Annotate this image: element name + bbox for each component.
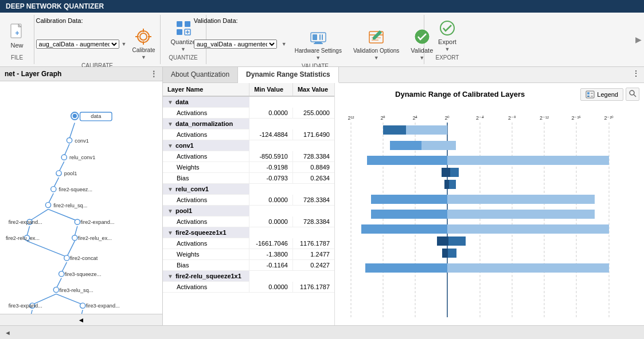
layer-expand-icon[interactable]: ▼ [167,186,173,192]
statusbar: ◄ [0,325,644,339]
row-min: -850.5910 [249,151,293,162]
bar-conv1-wt-dark [442,168,450,177]
validate-arrow: ▼ [419,55,424,61]
validation-options-button[interactable]: Validation Options ▼ [350,27,403,62]
svg-text:fire2-expand...: fire2-expand... [80,219,114,225]
quantize-arrow: ▼ [181,46,186,52]
tab-dynamic-range[interactable]: Dynamic Range Statistics [238,67,339,83]
export-label: Export [438,38,456,45]
bar-fire2sq-act-dark [361,224,447,234]
layer-graph-scroll[interactable]: ◄ [0,314,162,325]
toolbar-scroll-right[interactable]: ▶ [635,35,642,44]
layer-graph-options[interactable]: ⋮ [150,69,158,78]
svg-rect-9 [177,21,182,27]
row-name: Bias [163,173,249,184]
chart-area: Dynamic Range of Calibrated Layers Legen… [335,83,644,325]
validation-options-label: Validation Options [353,48,399,54]
left-panel: net - Layer Graph ⋮ [0,67,163,325]
table-row: ▼ pool1 [163,206,334,217]
row-min: 0.0000 [249,108,293,119]
statusbar-scroll[interactable]: ◄ [5,329,11,336]
calibration-data-row: Calibration Data: [36,17,83,24]
row-name: Activations [163,216,249,227]
svg-point-50 [61,155,67,160]
table-row: ▼ fire2-relu_squeeze1x1 [163,271,334,282]
svg-text:fire2-relu_sq...: fire2-relu_sq... [53,203,87,208]
bar-fire2sq-wt-dark [437,236,448,246]
search-icon [629,89,637,97]
svg-text:2¹²: 2¹² [348,115,354,121]
validate-group: Validation Data: aug_valData - augmented… [206,15,424,64]
stats-table-body: ▼ dataActivations0.0000255.0000▼ data_no… [163,96,334,293]
table-row: ▼ conv1 [163,140,334,152]
table-row: Activations-850.5910728.3384 [163,151,334,162]
svg-text:fire3-expand...: fire3-expand... [86,303,120,309]
table-row: ▼ data_normalization [163,119,334,130]
export-group: Export ▼ EXPORT [424,15,470,64]
layer-expand-icon[interactable]: ▼ [167,273,173,279]
layer-expand-icon[interactable]: ▼ [167,121,173,127]
layer-expand-icon[interactable]: ▼ [167,208,173,214]
svg-point-48 [67,137,72,143]
svg-text:2⁴: 2⁴ [412,115,417,121]
tab-about-label: About Quantization [171,70,229,78]
layer-expand-icon[interactable]: ▼ [167,143,173,149]
svg-rect-11 [177,29,182,35]
validation-arrow: ▼ [374,55,379,61]
table-row: Activations0.0000255.0000 [163,108,334,119]
row-max: 1.2477 [292,249,334,260]
stats-table-wrap: Layer Name Min Value Max Value ▼ dataAct… [163,83,335,325]
svg-rect-19 [315,42,322,43]
row-min: -124.4884 [249,129,293,140]
svg-rect-83 [587,96,590,97]
calibration-data-select[interactable]: aug_calData - augmentedIm... [36,40,119,49]
table-row: Activations-124.4884171.6490 [163,129,334,140]
layer-expand-icon[interactable]: ▼ [167,99,173,105]
tab-about[interactable]: About Quantization [163,67,238,82]
chart-search-button[interactable] [626,88,639,101]
svg-text:2⁻¹²: 2⁻¹² [540,115,549,121]
calibrate-button[interactable]: Calibrate ▼ [128,26,158,61]
col-max-value: Max Value [292,83,334,96]
svg-line-42 [30,310,33,314]
bar-datanorm-act-dark [390,141,421,150]
svg-text:pool1: pool1 [64,171,77,176]
content-area: Layer Name Min Value Max Value ▼ dataAct… [163,83,644,325]
stats-table: Layer Name Min Value Max Value ▼ dataAct… [163,83,334,293]
row-name: Activations [163,195,249,206]
svg-point-64 [72,235,77,241]
file-label: FILE [6,54,28,62]
table-row: Bias-0.07930.2634 [163,173,334,184]
svg-text:fire2-relu_ex...: fire2-relu_ex... [78,235,112,241]
tab-options[interactable]: ⋮ [628,67,644,82]
svg-line-43 [80,310,83,314]
layer-expand-icon[interactable]: ▼ [167,230,173,236]
svg-point-68 [59,271,64,277]
export-button[interactable]: Export ▼ [435,18,460,53]
svg-line-37 [67,241,75,257]
hardware-settings-button[interactable]: Hardware Settings ▼ [291,27,345,62]
svg-rect-81 [587,92,590,94]
row-max: 0.8849 [292,162,334,173]
svg-point-60 [75,219,80,224]
calibrate-group: Calibration Data: aug_calData - augmente… [34,15,161,64]
calibration-dropdown-row: aug_calData - augmentedIm... ▼ [36,26,159,61]
table-row: Activations0.00001176.1787 [163,282,334,293]
svg-text:fire3-relu_sq...: fire3-relu_sq... [59,287,93,293]
legend-button[interactable]: Legend [580,88,623,101]
svg-text:fire2-relu_ex...: fire2-relu_ex... [6,235,40,241]
calibrate-arrow: ▼ [141,54,146,60]
right-panel: About Quantization Dynamic Range Statist… [163,67,644,325]
svg-point-74 [80,303,85,308]
calibration-data-label: Calibration Data: [36,17,83,24]
hardware-arrow: ▼ [315,55,321,61]
new-button[interactable]: + New [5,21,30,50]
svg-point-52 [56,171,61,176]
table-row: ▼ relu_conv1 [163,184,334,195]
validation-data-select[interactable]: aug_valData - augmentedIm... [194,40,277,49]
svg-point-26 [440,21,454,35]
svg-text:2⁻¹⁶: 2⁻¹⁶ [571,115,581,121]
row-max: 1176.1787 [292,238,334,249]
svg-line-41 [56,294,83,305]
row-min: -0.0793 [249,173,293,184]
